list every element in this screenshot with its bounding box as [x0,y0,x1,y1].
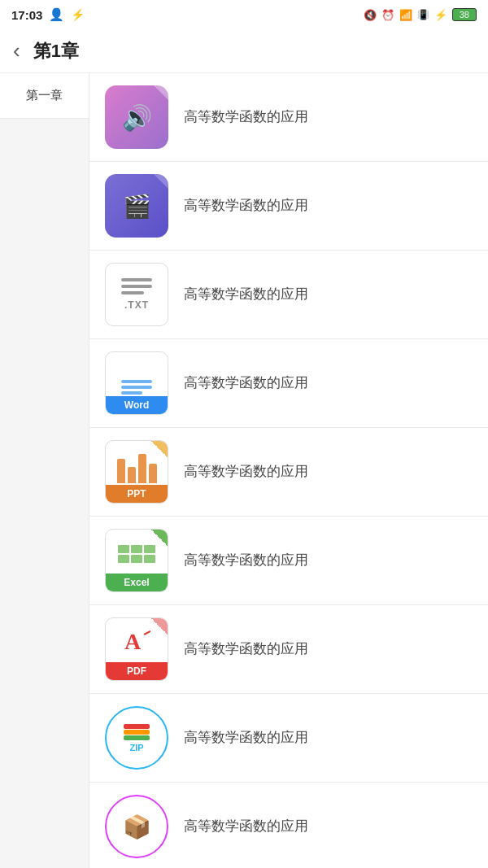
zip-stripe-1 [124,724,150,729]
audio-item-title: 高等数学函数的应用 [184,107,308,127]
person-icon: 👤 [49,7,64,22]
word-line-1 [121,380,152,383]
svg-text:A: A [124,629,142,654]
status-bar: 17:03 👤 ⚡ 🔇 ⏰ 📶 📳 ⚡ 38 [0,0,488,29]
zip-stripe-3 [124,735,150,740]
ppt-bar-4 [149,464,157,483]
zip-item-title: 高等数学函数的应用 [184,728,308,748]
ppt-corner [151,441,168,457]
pdf-icon: A PDF [105,617,168,681]
wifi-icon: 📶 [399,9,412,21]
other-icon: 📦 [105,795,168,858]
txt-line-2 [121,285,152,288]
ppt-icon-wrapper: PPT [104,439,169,504]
excel-bar: Excel [106,574,168,591]
word-bar: Word [106,396,168,414]
list-item-ppt[interactable]: PPT 高等数学函数的应用 [89,428,488,517]
time-display: 17:03 [11,8,42,22]
video-icon: 🎬 [105,174,168,238]
list-item-video[interactable]: 🎬 高等数学函数的应用 [89,162,488,251]
zip-inner: ZIP [124,724,150,752]
word-item-title: 高等数学函数的应用 [184,373,308,393]
zip-label: ZIP [129,743,143,752]
status-time: 17:03 👤 ⚡ [11,7,85,22]
content-list: 🔊 高等数学函数的应用 🎬 高等数学函数的应用 [89,73,488,868]
audio-icon: 🔊 [105,85,168,149]
list-item-excel[interactable]: Excel 高等数学函数的应用 [89,517,488,605]
word-icon-wrapper: Word [104,351,169,416]
word-label: Word [124,399,149,411]
word-line-3 [121,391,142,395]
usb-icon: ⚡ [71,8,85,21]
list-item-txt[interactable]: .TXT 高等数学函数的应用 [89,251,488,339]
word-icon: Word [105,351,168,415]
ppt-icon: PPT [105,440,168,504]
word-lines [116,375,157,395]
sidebar-item-chapter1[interactable]: 第一章 [0,73,89,119]
excel-icon: Excel [105,529,168,592]
txt-label: .TXT [124,299,149,311]
battery-display: 38 [452,8,477,21]
ppt-bar-1 [117,459,125,483]
txt-line-3 [121,291,144,294]
audio-icon-wrapper: 🔊 [104,85,169,150]
status-icons: 🔇 ⏰ 📶 📳 ⚡ 38 [364,8,477,21]
list-item-pdf[interactable]: A PDF 高等数学函数的应用 [89,605,488,694]
txt-icon: .TXT [105,263,168,326]
svg-line-1 [144,631,150,635]
excel-corner [151,530,168,546]
txt-lines [121,278,152,294]
list-item-word[interactable]: Word 高等数学函数的应用 [89,339,488,428]
pdf-icon-wrapper: A PDF [104,617,169,682]
video-icon-wrapper: 🎬 [104,173,169,238]
ppt-label: PPT [127,488,146,499]
alarm-icon: ⏰ [381,9,394,21]
other-symbol: 📦 [123,813,151,840]
pdf-label: PDF [127,665,146,677]
pdf-logo: A [123,622,150,662]
ppt-bar-2 [128,467,136,483]
video-item-title: 高等数学函数的应用 [184,196,308,216]
other-item-title: 高等数学函数的应用 [184,817,308,836]
excel-icon-wrapper: Excel [104,528,169,593]
main-layout: 第一章 🔊 高等数学函数的应用 🎬 高等数学函数的应用 [0,73,488,868]
txt-line-1 [121,278,152,281]
mute-icon: 🔇 [364,9,377,21]
zip-icon: ZIP [105,706,168,770]
page-header: ‹ 第1章 [0,29,488,73]
back-button[interactable]: ‹ [13,38,20,63]
excel-item-title: 高等数学函数的应用 [184,551,308,570]
list-item-other[interactable]: 📦 高等数学函数的应用 [89,783,488,868]
pdf-item-title: 高等数学函数的应用 [184,639,308,659]
film-symbol: 🎬 [123,193,151,220]
list-item-audio[interactable]: 🔊 高等数学函数的应用 [89,73,488,162]
word-line-2 [121,386,152,389]
txt-icon-wrapper: .TXT [104,262,169,327]
ppt-bar-bottom: PPT [106,485,168,503]
pdf-bar: PDF [106,662,168,680]
other-icon-wrapper: 📦 [104,794,169,859]
page-title: 第1章 [33,39,79,63]
speaker-symbol: 🔊 [122,103,152,132]
signal-icon: 📳 [417,9,429,20]
ppt-item-title: 高等数学函数的应用 [184,462,308,482]
zip-icon-wrapper: ZIP [104,705,169,770]
lightning-icon: ⚡ [434,9,447,21]
txt-item-title: 高等数学函数的应用 [184,285,308,304]
sidebar: 第一章 [0,73,89,868]
ppt-bar-3 [138,454,146,483]
zip-stripe-2 [124,730,150,735]
pdf-corner [151,618,168,635]
list-item-zip[interactable]: ZIP 高等数学函数的应用 [89,694,488,783]
excel-label: Excel [124,577,149,588]
